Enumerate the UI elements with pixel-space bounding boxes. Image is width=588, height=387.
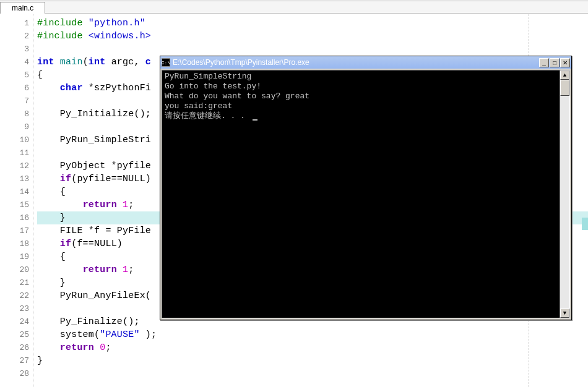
console-titlebar[interactable]: C:\ E:\Codes\Python\Tmp\Pyinstaller\Pro.… <box>160 56 571 69</box>
gutter-line: 18 <box>0 237 33 250</box>
tab-main-c[interactable]: main.c <box>0 2 45 14</box>
code-line: #include <windows.h> <box>37 30 588 43</box>
gutter-line: 26 <box>0 341 33 354</box>
gutter-line: 6 <box>0 82 33 95</box>
gutter-line: 7 <box>0 95 33 108</box>
gutter-line: 23 <box>0 302 33 315</box>
gutter-line: 27 <box>0 354 33 367</box>
minimize-button[interactable]: _ <box>539 58 549 67</box>
console-icon: C:\ <box>162 58 170 67</box>
console-body[interactable]: PyRun_SimpleString Go into the test.py! … <box>162 70 570 318</box>
gutter-line: 13 <box>0 172 33 185</box>
gutter-line: 25 <box>0 328 33 341</box>
gutter-line: 16 <box>0 211 33 224</box>
gutter-line: 9 <box>0 121 33 134</box>
gutter-line: 15 <box>0 198 33 211</box>
gutter-line: 8 <box>0 108 33 121</box>
gutter-line: 10 <box>0 134 33 147</box>
gutter-line: 17 <box>0 224 33 237</box>
code-line: } <box>37 354 588 367</box>
console-title-text: E:\Codes\Python\Tmp\Pyinstaller\Pro.exe <box>173 58 538 67</box>
scroll-thumb[interactable] <box>560 80 569 96</box>
gutter-line: 1 <box>0 17 33 30</box>
gutter-line: 2 <box>0 30 33 43</box>
gutter-line: 19 <box>0 250 33 263</box>
console-window[interactable]: C:\ E:\Codes\Python\Tmp\Pyinstaller\Pro.… <box>160 56 572 320</box>
code-line: return 0; <box>37 341 588 354</box>
gutter-line: 12 <box>0 159 33 172</box>
gutter-line: 5 <box>0 69 33 82</box>
scrollbar-marker <box>582 218 588 230</box>
console-cursor <box>253 119 257 121</box>
line-gutter: 1234567891011121314151617181920212223242… <box>0 14 33 387</box>
tab-bar: main.c <box>0 1 588 14</box>
close-button[interactable]: ✕ <box>560 58 570 67</box>
gutter-line: 14 <box>0 185 33 198</box>
gutter-line: 4 <box>0 56 33 69</box>
gutter-line: 3 <box>0 43 33 56</box>
console-scrollbar[interactable]: ▲ ▼ <box>560 70 569 318</box>
gutter-line: 21 <box>0 276 33 289</box>
code-line: #include "python.h" <box>37 17 588 30</box>
scroll-track[interactable] <box>560 80 569 308</box>
scroll-up-icon[interactable]: ▲ <box>560 70 569 80</box>
code-line <box>37 367 588 380</box>
gutter-line: 20 <box>0 263 33 276</box>
gutter-line: 24 <box>0 315 33 328</box>
console-output: PyRun_SimpleString Go into the test.py! … <box>162 70 569 122</box>
gutter-line: 28 <box>0 367 33 380</box>
code-line: system("PAUSE" ); <box>37 328 588 341</box>
gutter-line: 22 <box>0 289 33 302</box>
gutter-line: 11 <box>0 147 33 159</box>
maximize-button[interactable]: □ <box>550 58 560 67</box>
code-line <box>37 43 588 56</box>
scroll-down-icon[interactable]: ▼ <box>560 308 569 318</box>
